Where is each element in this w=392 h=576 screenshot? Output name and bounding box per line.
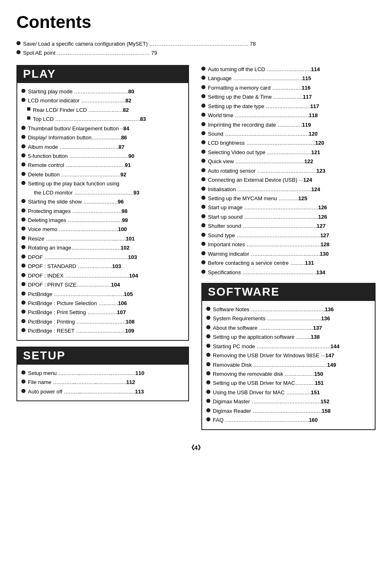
software-section: SOFTWARE Software Notes ………………………………………1… [201, 283, 376, 430]
bullet-icon [21, 89, 25, 93]
bullet-icon [16, 41, 21, 45]
bullet-icon [201, 76, 205, 80]
list-item: Setup menu …………..……………….……………110 [21, 369, 184, 377]
bullet-icon [206, 334, 210, 338]
bullet-icon [206, 371, 210, 375]
list-item: Selecting Video out type ………………………121 [201, 148, 376, 157]
list-item: Connecting an External Device (USB) ···1… [201, 176, 376, 184]
top-item-2: Spot AE point …………..……….…………………..…… 79 [16, 49, 376, 57]
bullet-icon [206, 399, 210, 403]
list-item: Warning indicator ……………………………………130 [201, 250, 376, 258]
list-item: Important notes ………………………………………128 [201, 240, 376, 249]
list-item: PictBridge : Print Setting ………………107 [21, 308, 184, 317]
setup-continued: Auto turning off the LCD ………………………114 La… [201, 65, 376, 283]
play-header: PLAY [17, 66, 188, 83]
bullet-icon [21, 217, 25, 222]
bullet-icon [21, 319, 25, 323]
bullet-icon [21, 389, 25, 393]
list-item: Digimax Master ……………………………………152 [206, 397, 371, 406]
list-item: Imprinting the recording date ……………119 [201, 120, 376, 129]
bullet-icon [21, 236, 25, 240]
list-item: Voice memo ………………………………100 [21, 225, 184, 234]
list-item: System Requirements ……………………………136 [206, 314, 371, 323]
list-item: FAQ ……………………………………………160 [206, 416, 371, 424]
bullet-icon [21, 181, 25, 185]
list-item: LCD brightness ……………………………………120 [201, 139, 376, 147]
setup-header: SETUP [17, 347, 188, 365]
bullet-icon [201, 140, 205, 144]
list-item: Starting play mode ……………………………80 [21, 87, 184, 96]
list-item: Setting up the play back function using … [21, 179, 184, 197]
bullet-icon [21, 135, 25, 139]
software-content: Software Notes ………………………………………136 System… [202, 301, 375, 429]
bullet-icon [21, 126, 25, 130]
bullet-icon [201, 159, 205, 163]
list-item: Thumbnail button/ Enlargement button ··8… [21, 124, 184, 133]
bullet-icon [201, 122, 205, 126]
list-item: Setting up the USB Driver for MAC…………151 [206, 379, 371, 387]
bullet-icon [21, 379, 25, 384]
bullet-icon [201, 94, 205, 98]
bullet-icon [201, 168, 205, 172]
list-item: Starting PC mode ………………………………………144 [206, 342, 371, 351]
bullet-icon [201, 150, 205, 154]
list-item: Using the USB Driver for MAC ……………151 [206, 388, 371, 397]
list-item: Removable Disk ………………………………………149 [206, 361, 371, 369]
list-item: Formatting a memory card ………………116 [201, 83, 376, 92]
software-header: SOFTWARE [202, 284, 375, 301]
list-item: DPOF : STANDARD …………………103 [21, 262, 184, 271]
list-item: Auto power off ………..……………………………113 [21, 387, 184, 396]
list-item: PictBridge : Picture Selection …………106 [21, 299, 184, 308]
bullet-icon [206, 417, 210, 421]
list-item: PictBridge ……………………………….……105 [21, 290, 184, 298]
bullet-icon [201, 233, 205, 237]
bullet-icon [21, 254, 25, 259]
bullet-icon [201, 67, 205, 71]
bullet-icon [21, 264, 25, 268]
bullet-icon [21, 172, 25, 176]
bullet-icon [21, 301, 25, 305]
setup-section: SETUP Setup menu …………..……………….……………110 F… [16, 347, 189, 401]
bullet-icon [201, 177, 205, 181]
page-footer: 《4》 [16, 444, 376, 452]
bullet-icon [201, 270, 205, 274]
bullet-icon [21, 98, 25, 102]
bullet-icon [201, 187, 205, 191]
list-item: Shutter sound ………………………………………127 [201, 222, 376, 230]
bullet-icon [201, 113, 205, 117]
list-item: Remote control ………………………………91 [21, 161, 184, 169]
list-item: Start up sound ………………………………………126 [201, 213, 376, 221]
list-item: Language ……………………………………115 [201, 74, 376, 83]
bullet-icon [201, 104, 205, 108]
list-item: PictBridge : Printing …………………………108 [21, 317, 184, 326]
list-item: Top LCD ……………………………………….……83 [21, 115, 184, 123]
bullet-icon [21, 291, 25, 296]
list-item: Auto rotating sensor ………………………………123 [201, 167, 376, 175]
bullet-icon [206, 307, 210, 311]
bullet-icon [21, 208, 25, 213]
list-item: Sound type ……………………………………………127 [201, 231, 376, 240]
list-item: Delete button ………………………………92 [21, 170, 184, 179]
top-item-2-page: 79 [151, 50, 157, 56]
bullet-icon [201, 214, 205, 218]
list-item: DPOF : INDEX …………………………………104 [21, 271, 184, 280]
bullet-icon [16, 50, 21, 54]
sub-bullet-icon [27, 116, 30, 120]
list-item: Before contacting a service centre ………13… [201, 259, 376, 267]
right-column: Auto turning off the LCD ………………………114 La… [201, 65, 376, 436]
list-item: Start up image ………………………………………126 [201, 203, 376, 212]
list-item: Auto turning off the LCD ………………………114 [201, 65, 376, 74]
top-item-2-dots: …………..……….…………………..…… [57, 50, 150, 56]
list-item: Setting up the application software ………1… [206, 333, 371, 341]
top-item-1-dots: ………………….……………………….…… [149, 41, 248, 47]
list-item: Setting up the date type ………………………117 [201, 102, 376, 111]
bullet-icon [206, 408, 210, 412]
bullet-icon [206, 344, 210, 348]
bullet-icon [201, 205, 205, 209]
main-columns: PLAY Starting play mode ……………………………80 LC… [16, 65, 376, 436]
list-item: About the software ……………………………137 [206, 324, 371, 332]
bullet-icon [21, 144, 25, 148]
bullet-icon [21, 370, 25, 375]
bullet-icon [201, 251, 205, 255]
page-title: Contents [16, 12, 376, 32]
